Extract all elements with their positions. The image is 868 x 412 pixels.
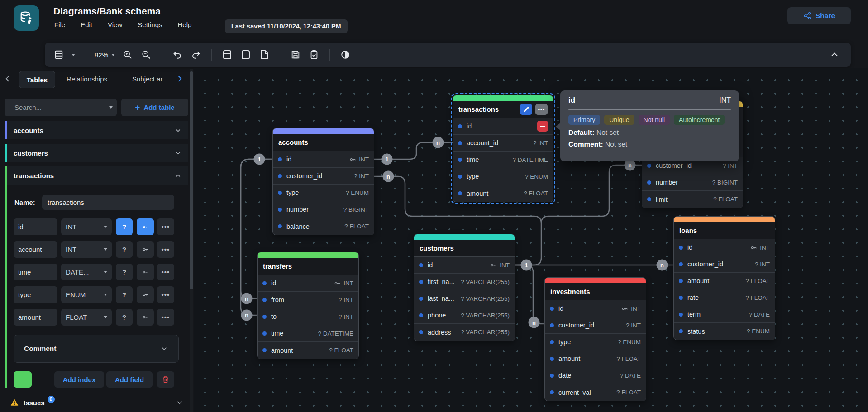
- issues-bar[interactable]: Issues 0: [0, 393, 194, 412]
- field-more-button[interactable]: •••: [157, 286, 174, 303]
- add-index-button[interactable]: Add index: [54, 371, 104, 388]
- table-field-row-rate[interactable]: rate? FLOAT: [674, 289, 775, 306]
- canvas-table-investments[interactable]: investmentsidINTcustomer_id? INTtype? EN…: [544, 277, 646, 401]
- field-type-select[interactable]: INT: [61, 218, 112, 235]
- nullable-toggle-button[interactable]: ?: [116, 241, 133, 258]
- table-field-row-type[interactable]: type? ENUM: [545, 334, 646, 350]
- field-type-select[interactable]: FLOAT: [61, 309, 112, 326]
- sidebar-item-customers[interactable]: customers: [5, 144, 188, 162]
- table-field-row-time[interactable]: time? DATETIME: [453, 152, 553, 168]
- nullable-toggle-button[interactable]: ?: [116, 218, 133, 235]
- theme-toggle-icon[interactable]: [339, 49, 351, 61]
- tab-relationships[interactable]: Relationships: [67, 75, 107, 83]
- table-field-row-number[interactable]: number? BIGINT: [642, 174, 743, 191]
- canvas-table-accounts[interactable]: accountsidINTcustomer_id? INTtype? ENUMn…: [272, 128, 374, 235]
- table-field-row-number[interactable]: number? BIGINT: [273, 201, 374, 218]
- canvas-table-transactions[interactable]: transactions•••idaccount_id? INTtime? DA…: [453, 95, 553, 202]
- table-field-row-limit[interactable]: limit? FLOAT: [642, 191, 743, 208]
- chevron-down-icon[interactable]: [174, 127, 182, 134]
- table-field-row-address[interactable]: address? VARCHAR(255): [414, 324, 515, 341]
- tab-subject-areas[interactable]: Subject ar: [132, 75, 163, 83]
- table-field-row-from[interactable]: from? INT: [258, 292, 358, 308]
- table-field-row-customer_id[interactable]: customer_id? INT: [273, 168, 374, 185]
- toolbar-collapse-icon[interactable]: [830, 50, 839, 59]
- nullable-toggle-button[interactable]: ?: [116, 309, 133, 326]
- menu-edit[interactable]: Edit: [81, 21, 92, 28]
- undo-icon[interactable]: [172, 49, 183, 61]
- field-name-input[interactable]: amount: [14, 309, 57, 326]
- table-field-row-id[interactable]: idINT: [414, 257, 515, 274]
- table-field-row-id[interactable]: idINT: [258, 275, 358, 292]
- table-field-row-amount[interactable]: amount? FLOAT: [674, 273, 775, 289]
- primary-key-toggle-button[interactable]: [137, 286, 154, 303]
- nullable-toggle-button[interactable]: ?: [116, 286, 133, 303]
- add-area-icon[interactable]: [240, 49, 252, 61]
- table-field-row-amount[interactable]: amount? FLOAT: [453, 185, 553, 202]
- zoom-in-icon[interactable]: [122, 49, 134, 61]
- zoom-out-icon[interactable]: [140, 49, 152, 61]
- share-button[interactable]: Share: [787, 7, 851, 24]
- tab-tables[interactable]: Tables: [19, 71, 55, 88]
- menu-help[interactable]: Help: [177, 21, 191, 28]
- search-caret-icon[interactable]: [109, 106, 113, 109]
- table-field-row-amount[interactable]: amount? FLOAT: [545, 350, 646, 367]
- primary-key-toggle-button[interactable]: [137, 264, 154, 280]
- canvas-table-loans[interactable]: loansidINTcustomer_id? INTamount? FLOATr…: [673, 216, 775, 340]
- table-field-row-id[interactable]: idINT: [545, 300, 646, 317]
- chevron-up-icon[interactable]: [174, 172, 182, 180]
- table-field-row-time[interactable]: time? DATETIME: [258, 325, 358, 342]
- table-field-row-type[interactable]: type? ENUM: [273, 185, 374, 201]
- primary-key-toggle-button[interactable]: [137, 309, 154, 326]
- table-field-row-phone[interactable]: phone? VARCHAR(255): [414, 307, 515, 324]
- table-field-row-date[interactable]: date? DATE: [545, 367, 646, 384]
- primary-key-toggle-button[interactable]: [137, 218, 154, 235]
- nullable-toggle-button[interactable]: ?: [116, 264, 133, 280]
- field-more-button[interactable]: •••: [157, 264, 174, 280]
- table-field-row-type[interactable]: type? ENUM: [453, 168, 553, 185]
- add-field-button[interactable]: Add field: [106, 371, 153, 388]
- table-field-row-customer_id[interactable]: customer_id? INT: [545, 317, 646, 334]
- sidebar-scrollbar-thumb[interactable]: [190, 71, 193, 289]
- table-field-row-first_na...[interactable]: first_na...? VARCHAR(255): [414, 274, 515, 290]
- layout-caret-icon[interactable]: [72, 54, 75, 56]
- table-field-row-status[interactable]: status? ENUM: [674, 323, 775, 340]
- delete-table-button[interactable]: [157, 371, 174, 388]
- field-more-button[interactable]: •••: [157, 309, 174, 326]
- field-type-select[interactable]: INT: [61, 241, 112, 258]
- table-name-input[interactable]: [42, 195, 174, 210]
- field-type-select[interactable]: ENUM: [61, 286, 112, 303]
- chevron-down-icon[interactable]: [174, 149, 182, 157]
- field-more-button[interactable]: •••: [157, 218, 174, 235]
- issues-chevron-icon[interactable]: [176, 398, 184, 407]
- table-field-row-balance[interactable]: balance? FLOAT: [273, 218, 374, 235]
- table-field-row-term[interactable]: term? DATE: [674, 306, 775, 323]
- tabs-back-icon[interactable]: [4, 74, 13, 83]
- field-type-select[interactable]: DATE...: [61, 264, 112, 280]
- search-input[interactable]: [14, 104, 105, 111]
- menu-settings[interactable]: Settings: [138, 21, 162, 28]
- table-more-button[interactable]: •••: [535, 104, 548, 115]
- field-name-input[interactable]: account_: [14, 241, 57, 258]
- primary-key-toggle-button[interactable]: [137, 241, 154, 258]
- table-field-row-account_id[interactable]: account_id? INT: [453, 135, 553, 152]
- zoom-level-select[interactable]: 82%: [95, 51, 115, 59]
- table-field-row-id[interactable]: id: [453, 118, 553, 135]
- table-field-row-amount[interactable]: amount? FLOAT: [258, 342, 358, 359]
- canvas-table-transfers[interactable]: transfersidINTfrom? INTto? INTtime? DATE…: [257, 252, 359, 359]
- field-name-input[interactable]: id: [14, 218, 57, 235]
- sidebar-item-accounts[interactable]: accounts: [5, 121, 188, 139]
- field-more-button[interactable]: •••: [157, 241, 174, 258]
- table-field-row-last_na...[interactable]: last_na...? VARCHAR(255): [414, 290, 515, 307]
- add-table-button[interactable]: + Add table: [121, 99, 188, 116]
- save-icon[interactable]: [290, 49, 301, 61]
- menu-file[interactable]: File: [54, 21, 65, 28]
- table-field-row-to[interactable]: to? INT: [258, 308, 358, 325]
- delete-field-button[interactable]: [537, 121, 548, 132]
- add-table-icon[interactable]: [221, 49, 233, 61]
- todo-clipboard-icon[interactable]: [308, 49, 320, 61]
- sidebar-item-transactions[interactable]: transactions: [5, 166, 188, 185]
- field-name-input[interactable]: time: [14, 264, 57, 280]
- table-field-row-current_val[interactable]: current_val? FLOAT: [545, 384, 646, 401]
- table-field-row-id[interactable]: idINT: [273, 151, 374, 168]
- canvas-table-customers[interactable]: customersidINTfirst_na...? VARCHAR(255)l…: [414, 234, 515, 341]
